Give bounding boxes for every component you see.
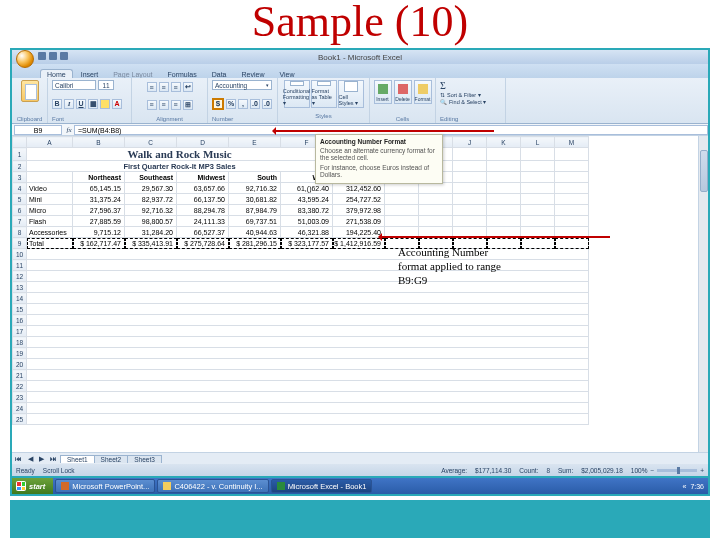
sort-filter-button[interactable]: ⇅Sort & Filter ▾ [440,92,486,98]
row-header[interactable]: 17 [13,326,27,337]
row-header[interactable]: 14 [13,293,27,304]
cell[interactable]: 82,937.72 [125,194,177,205]
cell[interactable]: 66,527.37 [177,227,229,238]
cell[interactable]: 92,716.32 [229,183,281,194]
cell[interactable]: 9,715.12 [73,227,125,238]
font-name-box[interactable]: Calibri [52,80,96,90]
sheet-nav-first[interactable]: ⏮ [12,455,25,462]
col-header[interactable]: M [555,137,589,148]
cell[interactable]: 312,452.60 [333,183,385,194]
format-cells-button[interactable]: Format [414,80,432,104]
col-header[interactable]: E [229,137,281,148]
cell[interactable]: 31,375.24 [73,194,125,205]
row-header[interactable]: 9 [13,238,27,249]
cell[interactable]: 379,972.98 [333,205,385,216]
row-header[interactable]: 7 [13,216,27,227]
align-bottom-button[interactable]: ≡ [171,82,181,92]
border-button[interactable]: ▦ [88,99,98,109]
col-header[interactable]: K [487,137,521,148]
cell[interactable]: 92,716.32 [125,205,177,216]
row-header[interactable]: 3 [13,172,27,183]
col-header[interactable]: D [177,137,229,148]
fill-color-button[interactable] [100,99,110,109]
row-header[interactable]: 5 [13,194,27,205]
row-header[interactable]: 18 [13,337,27,348]
col-header[interactable]: L [521,137,555,148]
system-tray[interactable]: «7:36 [678,483,708,490]
cell[interactable]: 88,294.78 [177,205,229,216]
tab-insert[interactable]: Insert [74,69,106,78]
align-top-button[interactable]: ≡ [147,82,157,92]
cell[interactable]: 24,111.33 [177,216,229,227]
sheet-tab[interactable]: Sheet2 [94,455,129,463]
cell-selected[interactable]: $ 335,413.91 [125,238,177,249]
select-all[interactable] [13,137,27,148]
sheet-nav-last[interactable]: ⏭ [47,455,60,462]
cell[interactable]: 40,944.63 [229,227,281,238]
row-header[interactable]: 4 [13,183,27,194]
align-left-button[interactable]: ≡ [147,100,157,110]
cell[interactable]: 98,800.57 [125,216,177,227]
cell[interactable]: 29,567.30 [125,183,177,194]
find-select-button[interactable]: 🔍Find & Select ▾ [440,99,486,105]
sheet-tab[interactable]: Sheet1 [60,455,95,463]
row-header[interactable]: 23 [13,392,27,403]
sheet-nav-next[interactable]: ▶ [36,455,47,463]
bold-button[interactable]: B [52,99,62,109]
format-as-table-button[interactable]: Format as Table ▾ [311,80,337,108]
tab-data[interactable]: Data [205,69,234,78]
number-format-box[interactable]: Accounting [212,80,272,90]
row-header[interactable]: 20 [13,359,27,370]
underline-button[interactable]: U [76,99,86,109]
cell[interactable]: 254,727.52 [333,194,385,205]
col-header[interactable]: C [125,137,177,148]
sheet-nav-prev[interactable]: ◀ [25,455,36,463]
cell[interactable]: 63,657.66 [177,183,229,194]
cell[interactable]: 61,()62.40 [281,183,333,194]
row-header[interactable]: 12 [13,271,27,282]
tab-home[interactable]: Home [40,69,73,78]
row-header[interactable]: 24 [13,403,27,414]
row-header[interactable]: 25 [13,414,27,425]
align-center-button[interactable]: ≡ [159,100,169,110]
cell[interactable]: 69,737.51 [229,216,281,227]
col-header[interactable]: A [27,137,73,148]
cell-selected[interactable]: $ 281,296.15 [229,238,281,249]
sheet-tab[interactable]: Sheet3 [127,455,162,463]
cell-selected[interactable]: $ 162,717.47 [73,238,125,249]
font-size-box[interactable]: 11 [98,80,114,90]
increase-decimal-button[interactable]: .0 [250,99,260,109]
cell[interactable]: 43,595.24 [281,194,333,205]
cell[interactable]: 30,681.82 [229,194,281,205]
cell-styles-button[interactable]: Cell Styles ▾ [338,80,364,108]
italic-button[interactable]: I [64,99,74,109]
quick-access-toolbar[interactable] [38,52,68,60]
cell[interactable]: 65,145.15 [73,183,125,194]
row-header[interactable]: 1 [13,148,27,161]
tab-page-layout[interactable]: Page Layout [106,69,159,78]
vertical-scrollbar[interactable] [698,136,708,452]
zoom-control[interactable]: 100% −+ [631,467,704,474]
cell[interactable]: 31,284.20 [125,227,177,238]
tab-review[interactable]: Review [235,69,272,78]
cell-selected[interactable]: $ 275,728.64 [177,238,229,249]
fx-icon[interactable]: fx [64,126,74,134]
row-header[interactable]: 13 [13,282,27,293]
autosum-button[interactable]: ΣΣ ▾ [440,80,486,91]
font-color-button[interactable]: A [112,99,122,109]
comma-button[interactable]: , [238,99,248,109]
align-right-button[interactable]: ≡ [171,100,181,110]
row-header[interactable]: 16 [13,315,27,326]
col-header[interactable]: B [73,137,125,148]
name-box[interactable]: B9 [14,125,62,135]
taskbar-item-folder[interactable]: C406422 - v. Continuity I... [157,479,268,493]
decrease-decimal-button[interactable]: .0 [262,99,272,109]
row-header[interactable]: 22 [13,381,27,392]
row-header[interactable]: 11 [13,260,27,271]
taskbar-item-powerpoint[interactable]: Microsoft PowerPoint... [55,479,155,493]
delete-cells-button[interactable]: Delete [394,80,412,104]
row-header[interactable]: 15 [13,304,27,315]
accounting-number-format-button[interactable]: $ [212,98,224,110]
cell[interactable]: 66,137.50 [177,194,229,205]
align-middle-button[interactable]: ≡ [159,82,169,92]
